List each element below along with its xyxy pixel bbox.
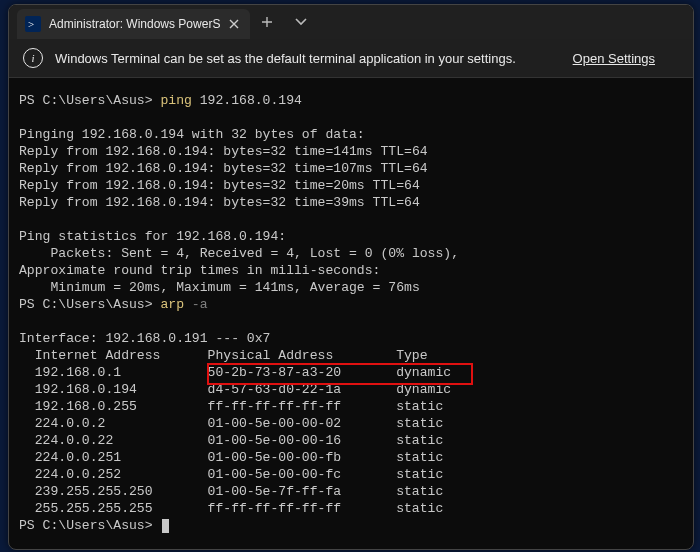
arp-type: dynamic — [396, 364, 451, 381]
arp-mac: 50-2b-73-87-a3-20 — [208, 364, 397, 381]
powershell-icon: > — [25, 16, 41, 32]
arp-ip: 255.255.255.255 — [19, 500, 208, 517]
prompt: PS C:\Users\Asus> — [19, 297, 153, 312]
cmd-ping: ping — [160, 93, 191, 108]
arp-mac: 01-00-5e-00-00-fc — [208, 466, 397, 483]
ping-rtt-header: Approximate round trip times in milli-se… — [19, 263, 380, 278]
arp-type: static — [396, 398, 443, 415]
open-settings-link[interactable]: Open Settings — [573, 51, 655, 66]
cursor — [162, 519, 169, 533]
arp-mac: d4-57-63-d0-22-1a — [208, 381, 397, 398]
ping-rtt-values: Minimum = 20ms, Maximum = 141ms, Average… — [19, 280, 420, 295]
arp-type: static — [396, 483, 443, 500]
tab-title: Administrator: Windows PowerS — [49, 17, 220, 31]
cmd-arp: arp — [160, 297, 184, 312]
arp-mac: ff-ff-ff-ff-ff-ff — [208, 398, 397, 415]
tab-dropdown-button[interactable] — [284, 5, 318, 39]
arp-type: static — [396, 415, 443, 432]
arp-ip: 224.0.0.252 — [19, 466, 208, 483]
info-bar: i Windows Terminal can be set as the def… — [9, 39, 693, 78]
arp-type: dynamic — [396, 381, 451, 398]
arp-row: 192.168.0.150-2b-73-87-a3-20dynamic — [19, 364, 683, 381]
tab-powershell[interactable]: > Administrator: Windows PowerS — [17, 9, 250, 39]
plus-icon — [261, 16, 273, 28]
arp-type: static — [396, 449, 443, 466]
ping-stats-header: Ping statistics for 192.168.0.194: — [19, 229, 286, 244]
arp-row: 192.168.0.194d4-57-63-d0-22-1adynamic — [19, 381, 683, 398]
arp-mac: 01-00-5e-7f-ff-fa — [208, 483, 397, 500]
arp-row: 192.168.0.255ff-ff-ff-ff-ff-ffstatic — [19, 398, 683, 415]
info-message: Windows Terminal can be set as the defau… — [55, 51, 516, 66]
ping-reply: Reply from 192.168.0.194: bytes=32 time=… — [19, 161, 428, 176]
arp-ip: 224.0.0.251 — [19, 449, 208, 466]
arp-type: static — [396, 432, 443, 449]
arp-mac: 01-00-5e-00-00-16 — [208, 432, 397, 449]
ping-reply: Reply from 192.168.0.194: bytes=32 time=… — [19, 144, 428, 159]
arp-ip: 192.168.0.194 — [19, 381, 208, 398]
cmd-arp-arg: -a — [184, 297, 208, 312]
prompt: PS C:\Users\Asus> — [19, 93, 153, 108]
arp-mac: 01-00-5e-00-00-fb — [208, 449, 397, 466]
arp-row: 224.0.0.25101-00-5e-00-00-fbstatic — [19, 449, 683, 466]
ping-header: Pinging 192.168.0.194 with 32 bytes of d… — [19, 127, 365, 142]
arp-col-ip: Internet Address — [19, 347, 208, 364]
cmd-ping-arg: 192.168.0.194 — [192, 93, 302, 108]
svg-text:>: > — [28, 18, 34, 30]
arp-ip: 192.168.0.1 — [19, 364, 208, 381]
prompt: PS C:\Users\Asus> — [19, 518, 153, 533]
arp-row: 224.0.0.25201-00-5e-00-00-fcstatic — [19, 466, 683, 483]
arp-ip: 224.0.0.22 — [19, 432, 208, 449]
close-icon — [229, 19, 239, 29]
arp-row: 224.0.0.2201-00-5e-00-00-16static — [19, 432, 683, 449]
arp-interface: Interface: 192.168.0.191 --- 0x7 — [19, 331, 270, 346]
arp-col-mac: Physical Address — [208, 347, 397, 364]
arp-col-type: Type — [396, 347, 427, 364]
ping-reply: Reply from 192.168.0.194: bytes=32 time=… — [19, 195, 420, 210]
arp-ip: 224.0.0.2 — [19, 415, 208, 432]
arp-ip: 239.255.255.250 — [19, 483, 208, 500]
arp-row: 239.255.255.25001-00-5e-7f-ff-fastatic — [19, 483, 683, 500]
arp-mac: 01-00-5e-00-00-02 — [208, 415, 397, 432]
arp-mac: ff-ff-ff-ff-ff-ff — [208, 500, 397, 517]
arp-header-row: Internet AddressPhysical AddressType — [19, 347, 683, 364]
arp-type: static — [396, 466, 443, 483]
title-bar: > Administrator: Windows PowerS — [9, 5, 693, 39]
tab-close-button[interactable] — [226, 16, 242, 32]
arp-type: static — [396, 500, 443, 517]
arp-row: 224.0.0.201-00-5e-00-00-02static — [19, 415, 683, 432]
info-icon: i — [23, 48, 43, 68]
terminal-window: > Administrator: Windows PowerS i Window… — [8, 4, 694, 550]
ping-stats-packets: Packets: Sent = 4, Received = 4, Lost = … — [19, 246, 459, 261]
arp-ip: 192.168.0.255 — [19, 398, 208, 415]
new-tab-button[interactable] — [250, 5, 284, 39]
chevron-down-icon — [295, 18, 307, 26]
ping-reply: Reply from 192.168.0.194: bytes=32 time=… — [19, 178, 420, 193]
arp-row: 255.255.255.255ff-ff-ff-ff-ff-ffstatic — [19, 500, 683, 517]
terminal-body[interactable]: PS C:\Users\Asus> ping 192.168.0.194 Pin… — [9, 78, 693, 544]
